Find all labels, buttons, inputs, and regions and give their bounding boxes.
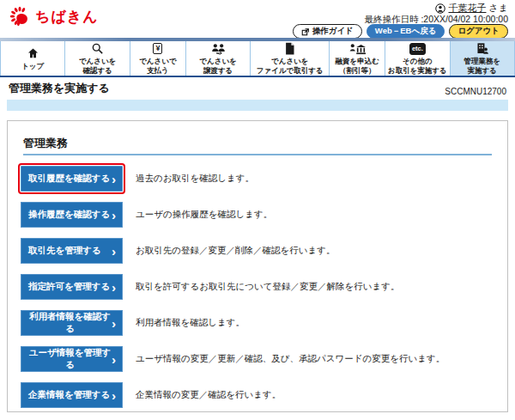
user-name-link[interactable]: 千葉花子 [448,2,486,15]
confirm-user-info-button[interactable]: 利用者情報を確認する › [21,310,123,336]
button-label: 利用者情報を確認する [28,311,112,335]
nav-label: トップ [21,62,44,71]
logout-button[interactable]: ログアウト [449,24,508,39]
nav-label: でんさいで [139,57,177,66]
web-eb-back-button[interactable]: Web－EBへ戻る [367,24,445,39]
admin-menu-list: 取引履歴を確認する › 過去のお取引を確認します。 操作履歴を確認する › ユー… [8,166,507,408]
two-people-icon [211,42,226,55]
menu-row-manage-company-info: 企業情報を管理する › 企業情報の変更／確認を行います。 [21,382,507,408]
menu-description: ユーザの操作履歴を確認します。 [136,209,272,221]
user-icon [435,3,445,14]
menu-description: 企業情報の変更／確認を行います。 [136,389,281,401]
section-title: 管理業務 [23,136,492,155]
chevron-right-icon: › [112,209,116,222]
yen-box-icon: ¥ [153,42,162,55]
nav-label: でんさいを [79,57,117,66]
chibagin-flower-icon [9,5,31,27]
nav-label: ファイルで取引する [257,66,324,76]
manage-user-info-button[interactable]: ユーザ情報を管理する › [21,346,123,372]
nav-label: でんさいを [199,57,237,66]
nav-label: お取引を実施する [388,66,447,76]
nav-tab-densai-file[interactable]: でんさいを ファイルで取引する [251,41,330,76]
external-link-icon [301,27,310,36]
nav-label: その他の [403,57,433,66]
nav-label: 譲渡する [203,66,233,76]
menu-description: 過去のお取引を確認します。 [136,173,254,185]
nav-tab-densai-pay[interactable]: ¥ でんさいで 支払う [130,41,186,76]
header-buttons: 操作ガイド Web－EBへ戻る ログアウト [293,24,508,39]
chevron-right-icon: › [112,245,116,258]
nav-label: 管理業務を [464,57,500,66]
button-label: 企業情報を管理する [28,389,110,401]
nav-tab-top[interactable]: トップ [0,41,65,76]
page-title: 管理業務を実施する [9,81,110,96]
menu-row-transaction-history: 取引履歴を確認する › 過去のお取引を確認します。 [21,166,507,192]
manage-designated-permission-button[interactable]: 指定許可を管理する › [21,274,123,300]
home-icon [27,47,39,60]
section-divider-bar [7,100,508,111]
person-bank-icon [349,42,366,55]
chevron-right-icon: › [112,317,116,330]
button-label: ユーザ情報を管理する [28,347,112,371]
nav-label: でんさいを [271,57,309,66]
bank-logo-text: ちばきん [35,7,99,27]
admin-menu-panel: 管理業務 取引履歴を確認する › 過去のお取引を確認します。 操作履歴を確認する… [7,120,508,412]
user-info: 千葉花子 さま [435,2,508,15]
header: ちばきん 千葉花子 さま 最終操作日時 :20XX/04/02 10:00:00… [0,0,515,38]
user-suffix: さま [488,2,508,15]
chevron-right-icon: › [112,353,116,366]
operation-guide-label: 操作ガイド [312,26,354,37]
menu-description: 取引を許可するお取引先について登録／変更／解除を行います。 [136,281,399,293]
nav-label: 支払う [147,66,169,76]
screen-id: SCCMNU12700 [445,87,506,96]
nav-label: 融資を申込む [335,57,379,66]
button-label: 操作履歴を確認する [28,209,110,221]
file-document-icon [284,42,295,55]
page-head: 管理業務を実施する SCCMNU12700 [9,81,506,96]
button-label: 指定許可を管理する [28,281,110,293]
transaction-history-button[interactable]: 取引履歴を確認する › [21,166,123,192]
building-person-icon [476,42,489,55]
menu-row-operation-history: 操作履歴を確認する › ユーザの操作履歴を確認します。 [21,202,507,228]
search-icon [91,42,104,55]
nav-tab-admin-tasks[interactable]: 管理業務を 実施する [451,41,515,76]
menu-row-manage-designated-permission: 指定許可を管理する › 取引を許可するお取引先について登録／変更／解除を行います… [21,274,507,300]
operation-guide-button[interactable]: 操作ガイド [293,24,362,39]
menu-description: ユーザ情報の変更／更新／確認、及び、承認パスワードの変更を行います。 [136,353,445,365]
manage-company-info-button[interactable]: 企業情報を管理する › [21,382,123,408]
nav-label: 実施する [468,66,497,76]
menu-row-manage-partners: 取引先を管理する › お取引先の登録／変更／削除／確認を行います。 [21,238,507,264]
nav-tab-densai-confirm[interactable]: でんさいを 確認する [65,41,130,76]
nav-tab-loan-apply[interactable]: 融資を申込む （割引等） [330,41,385,76]
global-nav: トップ でんさいを 確認する ¥ でんさいで 支払う でんさいを 譲渡する でん… [0,41,515,77]
bank-logo: ちばきん [9,5,99,27]
menu-row-manage-user-info: ユーザ情報を管理する › ユーザ情報の変更／更新／確認、及び、承認パスワードの変… [21,346,507,372]
chevron-right-icon: › [112,389,116,402]
nav-tab-other-transactions[interactable]: etc. その他の お取引を実施する [385,41,450,76]
chevron-right-icon: › [112,281,116,294]
menu-row-confirm-user-info: 利用者情報を確認する › 利用者情報を確認します。 [21,310,507,336]
menu-description: お取引先の登録／変更／削除／確認を行います。 [136,245,335,257]
nav-tab-densai-transfer[interactable]: でんさいを 譲渡する [186,41,251,76]
nav-label: 確認する [82,66,112,76]
chevron-right-icon: › [112,173,116,186]
button-label: 取引履歴を確認する [28,173,110,185]
nav-label: （割引等） [339,66,376,76]
operation-history-button[interactable]: 操作履歴を確認する › [21,202,123,228]
menu-description: 利用者情報を確認します。 [136,317,245,329]
manage-partners-button[interactable]: 取引先を管理する › [21,238,123,264]
etc-box-icon: etc. [409,42,426,55]
button-label: 取引先を管理する [28,245,101,257]
